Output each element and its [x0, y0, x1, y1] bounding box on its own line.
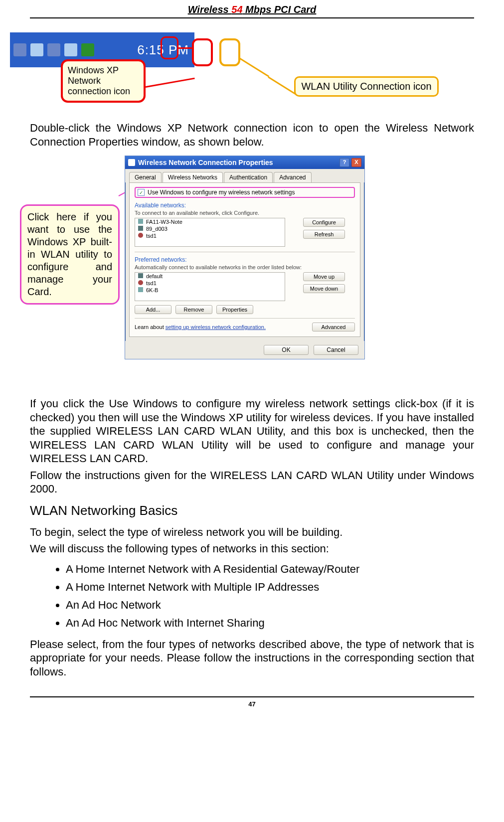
dialog-titlebar: Wireless Network Connection Properties ?…: [125, 156, 364, 169]
network-icon: [138, 226, 143, 231]
highlight-box-xp-icon: [192, 38, 213, 66]
network-icon: [138, 280, 143, 285]
group-divider: [135, 252, 355, 252]
list-item[interactable]: tsd1: [135, 232, 285, 239]
available-networks-hint: To connect to an available network, clic…: [135, 210, 355, 216]
list-item[interactable]: 6K-B: [135, 287, 285, 294]
tray-icon-generic: [13, 43, 26, 56]
tray-icon-group: [13, 43, 94, 56]
tab-authentication[interactable]: Authentication: [224, 172, 273, 182]
header-red: 54: [231, 4, 242, 15]
footer-divider: [30, 696, 474, 697]
systray-diagram: 6:15 PM Windows XP Network connection ic…: [30, 32, 474, 112]
advanced-button[interactable]: Advanced: [312, 323, 355, 331]
use-windows-checkbox-row[interactable]: ✓ Use Windows to configure my wireless n…: [135, 187, 355, 198]
header-prefix: Wireless: [188, 4, 232, 15]
highlight-box-systray-icon: [161, 36, 178, 59]
tray-icon-signal: [81, 43, 94, 56]
list-item[interactable]: default: [135, 273, 285, 280]
tray-icon-network: [47, 43, 60, 56]
dialog-bottom-buttons: OK Cancel: [125, 341, 364, 359]
learn-about-link[interactable]: setting up wireless network configuratio…: [166, 324, 266, 330]
highlight-box-wlan-icon: [219, 38, 240, 66]
tray-icon-display: [64, 43, 77, 56]
preferred-action-buttons: Add... Remove Properties: [135, 305, 355, 314]
network-icon: [138, 273, 143, 278]
preferred-networks-list[interactable]: default tsd1 6K-B: [135, 272, 285, 301]
header-suffix: Mbps PCI Card: [243, 4, 317, 15]
callout-use-windows-checkbox: Click here if you want to use the Window…: [20, 204, 120, 305]
paragraph-1: Double-click the Windows XP Network conn…: [30, 121, 474, 149]
list-item[interactable]: FA11-W3-Note: [135, 218, 285, 225]
move-down-button[interactable]: Move down: [303, 284, 345, 293]
tab-body: ✓ Use Windows to configure my wireless n…: [129, 182, 360, 337]
paragraph-3: Follow the instructions given for the WI…: [30, 469, 474, 496]
callout-wlan-utility-icon: WLAN Utility Connection icon: [294, 76, 439, 97]
callout-xp-network-icon: Windows XP Network connection icon: [61, 59, 146, 103]
callout-wlan-text: WLAN Utility Connection icon: [301, 81, 431, 92]
list-item: An Ad Hoc Network: [66, 599, 474, 612]
refresh-button[interactable]: Refresh: [303, 230, 345, 239]
close-button[interactable]: X: [351, 158, 361, 167]
page-number: 47: [30, 700, 474, 708]
checkbox-label: Use Windows to configure my wireless net…: [148, 189, 295, 196]
dialog-tabs: General Wireless Networks Authentication…: [125, 169, 364, 182]
network-icon: [138, 219, 143, 224]
callout-xp-text: Windows XP Network connection icon: [68, 65, 130, 96]
paragraph-6: Please select, from the four types of ne…: [30, 638, 474, 679]
list-item: An Ad Hoc Network with Internet Sharing: [66, 617, 474, 630]
group-divider-2: [135, 318, 355, 319]
list-item: A Home Internet Network with Multiple IP…: [66, 581, 474, 594]
red-connector-line: [178, 47, 193, 49]
list-item[interactable]: tsd1: [135, 280, 285, 287]
remove-button[interactable]: Remove: [175, 305, 212, 314]
preferred-networks-label: Preferred networks:: [135, 256, 355, 263]
tab-wireless-networks[interactable]: Wireless Networks: [163, 172, 223, 182]
configure-button[interactable]: Configure: [303, 218, 345, 227]
network-icon: [138, 287, 143, 292]
yellow-connector-line-1: [239, 57, 269, 77]
wireless-properties-dialog: Wireless Network Connection Properties ?…: [125, 156, 365, 359]
add-button[interactable]: Add...: [135, 305, 171, 314]
page-header-title: Wireless 54 Mbps PCI Card: [30, 0, 474, 17]
help-button[interactable]: ?: [339, 158, 349, 167]
available-networks-label: Available networks:: [135, 202, 355, 209]
paragraph-4: To begin, select the type of wireless ne…: [30, 525, 474, 539]
paragraph-5: We will discuss the following types of n…: [30, 542, 474, 556]
list-item: A Home Internet Network with A Residenti…: [66, 563, 474, 576]
dialog-title-icon: [128, 159, 135, 166]
move-up-button[interactable]: Move up: [303, 272, 345, 281]
yellow-connector-line-2: [268, 76, 297, 96]
network-icon: [138, 233, 143, 238]
learn-about-text: Learn about setting up wireless network …: [135, 324, 312, 330]
network-types-list: A Home Internet Network with A Residenti…: [30, 563, 474, 630]
paragraph-2: If you click the Use Windows to configur…: [30, 397, 474, 466]
available-networks-list[interactable]: FA11-W3-Note 89_d003 tsd1: [135, 218, 285, 247]
red-callout-connector: [146, 78, 195, 88]
list-item[interactable]: 89_d003: [135, 225, 285, 232]
cancel-button[interactable]: Cancel: [314, 345, 358, 355]
tab-advanced[interactable]: Advanced: [274, 172, 311, 182]
tray-icon-monitor: [30, 43, 43, 56]
properties-dialog-diagram: Click here if you want to use the Window…: [30, 156, 474, 385]
checkbox-icon[interactable]: ✓: [138, 189, 145, 196]
properties-button[interactable]: Properties: [216, 305, 253, 314]
section-heading-wlan-basics: WLAN Networking Basics: [30, 503, 474, 518]
callout-pink-text: Click here if you want to use the Window…: [27, 211, 112, 297]
preferred-networks-hint: Automatically connect to available netwo…: [135, 264, 355, 270]
dialog-title-text: Wireless Network Connection Properties: [138, 159, 273, 166]
header-divider: [30, 17, 474, 18]
ok-button[interactable]: OK: [264, 345, 309, 355]
tab-general[interactable]: General: [129, 172, 162, 182]
